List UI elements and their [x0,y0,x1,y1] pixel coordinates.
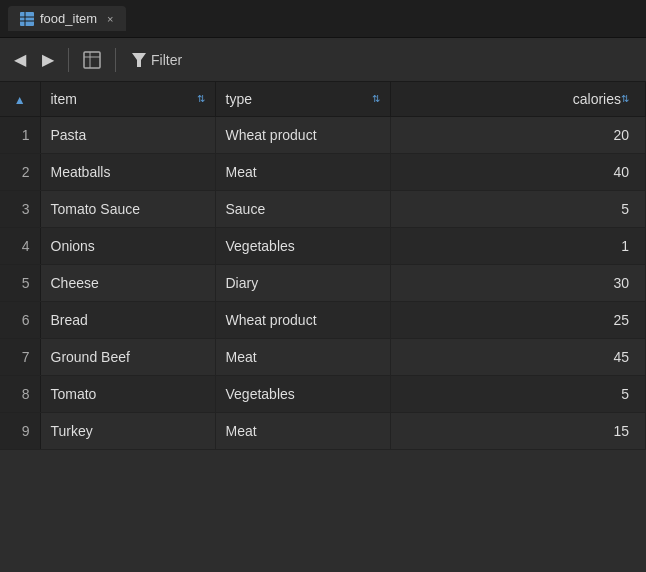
table-row[interactable]: 8TomatoVegetables5 [0,376,646,413]
cell-calories: 20 [390,117,646,154]
table-row[interactable]: 1PastaWheat product20 [0,117,646,154]
cell-type: Wheat product [215,302,390,339]
cell-calories: 45 [390,339,646,376]
cell-rownum: 8 [0,376,40,413]
toolbar: ◀ ▶ Filter [0,38,646,82]
col-type-sort-icon: ⇅ [372,93,380,104]
col-header-calories[interactable]: calories ⇅ [390,82,646,117]
table-row[interactable]: 3Tomato SauceSauce5 [0,191,646,228]
schema-button[interactable] [77,47,107,73]
cell-rownum: 5 [0,265,40,302]
toolbar-divider-2 [115,48,116,72]
cell-type: Vegetables [215,228,390,265]
forward-button[interactable]: ▶ [36,46,60,73]
col-header-type[interactable]: type ⇅ [215,82,390,117]
filter-label: Filter [151,52,182,68]
toolbar-divider [68,48,69,72]
table-icon [20,12,34,26]
cell-rownum: 2 [0,154,40,191]
cell-rownum: 1 [0,117,40,154]
table-row[interactable]: 5CheeseDiary30 [0,265,646,302]
cell-item: Tomato [40,376,215,413]
table-row[interactable]: 9TurkeyMeat15 [0,413,646,450]
col-header-item[interactable]: item ⇅ [40,82,215,117]
cell-calories: 1 [390,228,646,265]
cell-rownum: 6 [0,302,40,339]
data-table: ▲ item ⇅ type ⇅ calories ⇅ 1PastaWheat p… [0,82,646,450]
cell-calories: 5 [390,191,646,228]
cell-rownum: 7 [0,339,40,376]
back-icon: ◀ [14,50,26,69]
table-row[interactable]: 2MeatballsMeat40 [0,154,646,191]
table-row[interactable]: 7Ground BeefMeat45 [0,339,646,376]
cell-item: Bread [40,302,215,339]
cell-item: Turkey [40,413,215,450]
cell-item: Meatballs [40,154,215,191]
col-calories-label: calories [573,91,621,107]
cell-item: Cheese [40,265,215,302]
cell-type: Meat [215,413,390,450]
cell-calories: 15 [390,413,646,450]
cell-calories: 25 [390,302,646,339]
filter-button[interactable]: Filter [124,48,190,72]
cell-type: Meat [215,339,390,376]
col-calories-sort-icon: ⇅ [621,93,629,104]
back-button[interactable]: ◀ [8,46,32,73]
col-header-rownum[interactable]: ▲ [0,82,40,117]
cell-type: Wheat product [215,117,390,154]
tab-label: food_item [40,11,97,26]
cell-rownum: 9 [0,413,40,450]
svg-rect-4 [84,52,100,68]
title-bar: food_item × [0,0,646,38]
cell-type: Meat [215,154,390,191]
col-type-label: type [226,91,252,107]
svg-rect-0 [20,12,34,26]
cell-calories: 40 [390,154,646,191]
cell-rownum: 4 [0,228,40,265]
col-item-sort-icon: ⇅ [197,93,205,104]
cell-item: Tomato Sauce [40,191,215,228]
col-item-label: item [51,91,77,107]
cell-type: Vegetables [215,376,390,413]
tab-close-button[interactable]: × [107,13,113,25]
sort-up-icon: ▲ [14,93,26,107]
schema-icon [83,51,101,69]
cell-type: Sauce [215,191,390,228]
tab-food-item[interactable]: food_item × [8,6,126,31]
cell-item: Onions [40,228,215,265]
cell-calories: 30 [390,265,646,302]
cell-item: Pasta [40,117,215,154]
table-row[interactable]: 4OnionsVegetables1 [0,228,646,265]
filter-icon [132,53,146,67]
cell-rownum: 3 [0,191,40,228]
forward-icon: ▶ [42,50,54,69]
cell-calories: 5 [390,376,646,413]
cell-item: Ground Beef [40,339,215,376]
cell-type: Diary [215,265,390,302]
svg-marker-7 [132,53,146,67]
table-row[interactable]: 6BreadWheat product25 [0,302,646,339]
